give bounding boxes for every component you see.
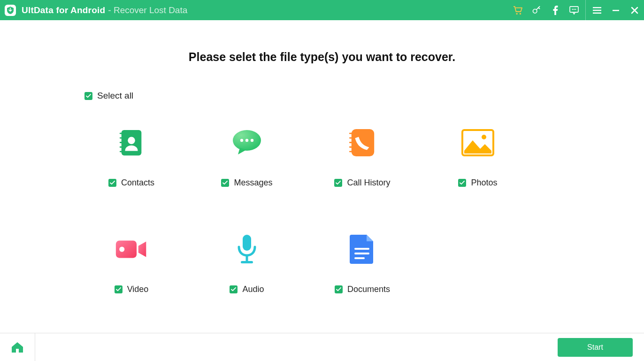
call-history-checkbox[interactable]: [334, 179, 342, 187]
svg-point-19: [240, 139, 243, 142]
messages-icon: [230, 126, 263, 159]
messages-checkbox[interactable]: [221, 179, 229, 187]
tile-photos[interactable]: Photos: [431, 126, 525, 188]
titlebar-actions: [508, 0, 644, 20]
svg-rect-23: [349, 133, 353, 134]
video-label: Video: [127, 284, 149, 294]
select-all-label: Select all: [97, 91, 133, 101]
svg-rect-34: [241, 261, 253, 263]
audio-icon: [230, 233, 263, 266]
feedback-icon[interactable]: [565, 0, 583, 20]
minimize-icon[interactable]: [606, 0, 625, 20]
audio-checkbox[interactable]: [230, 285, 238, 293]
svg-rect-8: [593, 9, 601, 10]
svg-point-20: [245, 139, 248, 142]
svg-point-0: [516, 13, 518, 14]
app-subtitle: - Recover Lost Data: [108, 5, 187, 15]
svg-rect-30: [116, 241, 137, 258]
svg-rect-10: [613, 10, 619, 11]
audio-label: Audio: [242, 284, 264, 294]
tile-call-history[interactable]: Call History: [315, 126, 409, 188]
svg-rect-24: [349, 137, 353, 138]
tile-documents[interactable]: Documents: [315, 233, 409, 294]
content-area: Please selet the file type(s) you want t…: [0, 20, 644, 333]
contacts-label: Contacts: [121, 178, 154, 188]
documents-icon: [346, 233, 379, 266]
tile-audio[interactable]: Audio: [200, 233, 294, 294]
svg-point-31: [119, 246, 124, 252]
contacts-checkbox[interactable]: [108, 179, 116, 187]
svg-point-4: [572, 8, 573, 9]
svg-point-6: [575, 8, 576, 9]
app-logo: [5, 5, 16, 16]
svg-rect-16: [120, 151, 123, 152]
tile-contacts[interactable]: Contacts: [84, 126, 178, 188]
messages-label: Messages: [234, 178, 272, 188]
footer: Start: [0, 333, 644, 361]
cart-icon[interactable]: [508, 0, 527, 20]
facebook-icon[interactable]: [546, 0, 565, 20]
documents-label: Documents: [347, 284, 390, 294]
svg-rect-32: [243, 235, 251, 251]
tile-messages[interactable]: Messages: [200, 126, 294, 188]
documents-checkbox[interactable]: [335, 285, 343, 293]
svg-rect-22: [352, 129, 374, 156]
key-icon[interactable]: [527, 0, 546, 20]
contacts-icon: [115, 126, 148, 159]
close-icon[interactable]: [625, 0, 644, 20]
home-icon: [11, 341, 24, 353]
call-history-icon: [346, 126, 379, 159]
start-button-label: Start: [587, 343, 603, 352]
svg-point-1: [520, 13, 521, 14]
svg-rect-14: [120, 142, 123, 143]
home-button[interactable]: [0, 333, 35, 361]
photos-checkbox[interactable]: [458, 179, 466, 187]
svg-point-29: [482, 135, 486, 139]
svg-rect-15: [120, 146, 123, 148]
file-type-grid: Contacts: [84, 126, 546, 294]
svg-rect-36: [354, 253, 369, 254]
svg-rect-12: [120, 133, 123, 134]
select-all-checkbox[interactable]: [84, 92, 92, 100]
svg-rect-7: [593, 7, 601, 8]
svg-point-5: [574, 8, 575, 9]
photos-label: Photos: [471, 178, 497, 188]
svg-point-17: [128, 137, 135, 144]
call-history-label: Call History: [347, 178, 390, 188]
svg-rect-33: [246, 255, 248, 261]
page-headline: Please selet the file type(s) you want t…: [0, 50, 644, 64]
app-title: UltData for Android: [22, 5, 105, 15]
svg-point-21: [251, 139, 253, 142]
menu-icon[interactable]: [588, 0, 606, 20]
photos-icon: [461, 126, 494, 159]
start-button[interactable]: Start: [558, 338, 633, 357]
svg-rect-35: [354, 248, 369, 250]
svg-rect-9: [593, 12, 601, 13]
svg-rect-26: [349, 146, 353, 148]
svg-rect-25: [349, 142, 353, 143]
video-checkbox[interactable]: [115, 285, 123, 293]
svg-rect-27: [349, 151, 353, 152]
video-icon: [115, 233, 148, 266]
select-all-row[interactable]: Select all: [84, 91, 133, 101]
titlebar: UltData for Android - Recover Lost Data: [0, 0, 644, 20]
tile-video[interactable]: Video: [84, 233, 178, 294]
svg-rect-13: [120, 137, 123, 138]
svg-rect-37: [354, 257, 365, 259]
titlebar-separator: [585, 0, 586, 20]
